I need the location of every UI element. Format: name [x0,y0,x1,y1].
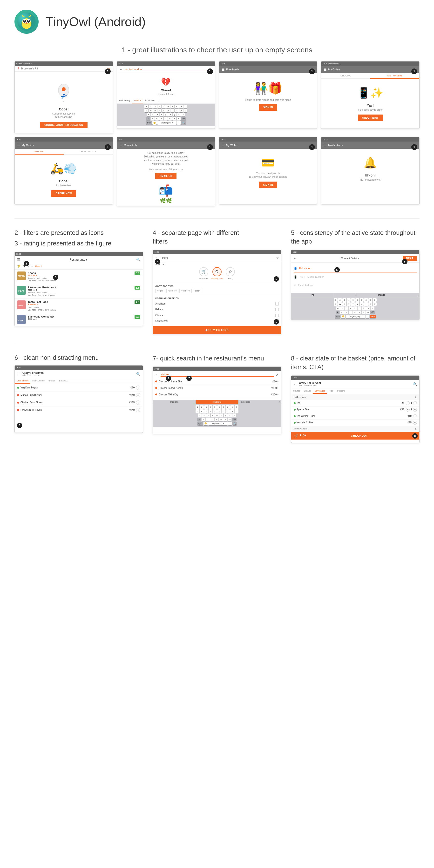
result-chicken-chinese[interactable]: Chicken Chinese Bhel ₹80 + [155,378,278,385]
hamburger-icon5[interactable]: ☰ [222,143,225,147]
cuisine-bakery[interactable]: Bakery [155,307,278,312]
order-now-btn2[interactable]: ORDER NOW [51,190,76,197]
contact-back-icon[interactable]: ← [294,256,297,260]
refresh-icon[interactable]: ↺ [276,256,279,259]
cat-beverages-b[interactable]: Bevera... [57,378,70,383]
cuisine-american-check[interactable] [275,302,279,306]
sug-chickenpox[interactable]: chickenpox › [239,400,281,404]
search-input[interactable]: central london [125,67,208,71]
sort-rating[interactable]: ☆ Rating [226,267,235,279]
tea-plus[interactable]: + [413,401,417,405]
hamburger-icon6[interactable]: ☰ [323,143,327,147]
mobile-field[interactable]: 📱 +91 Mobile Number [294,273,417,281]
rest-item-tazza[interactable]: Tazza Tazza Fast Food ₹200 for 2 chaat ·… [15,299,143,313]
sign-in-btn-meals[interactable]: SIGN IN [259,104,278,111]
result-chicken-tikka[interactable]: Chicken Tikka Dry ₹100 + [155,391,278,398]
email-field[interactable]: ✉ Email Address [294,282,417,289]
contact-us-title: Contact Us [124,144,137,147]
search-input-menu[interactable]: chicken [161,373,274,377]
hamburger-icon3[interactable]: ☰ [17,143,20,147]
sug-thanks[interactable]: Thanks › [377,293,419,297]
sort-min-order[interactable]: 🛒 Min Order [199,267,208,279]
sug-chickens[interactable]: chickens [153,400,195,404]
hamburger-rest[interactable]: ☰ [17,258,20,261]
tea-minus[interactable]: − [406,401,410,405]
order-now-btn1[interactable]: ORDER NOW [358,115,383,121]
screen-notifications: 1 16:25 ☰ Notifications 🔔 Uh-oh! No noti… [321,137,420,206]
sort-icons: 🛒 Min Order ⏱ Delivery Time ☆ Rating [155,267,278,279]
hamburger-icon[interactable]: ☰ [222,67,225,71]
cat-starters[interactable]: Starters [335,389,347,394]
checkout-bar[interactable]: 🛒 ₹109 CHECKOUT → [291,432,419,439]
cuisine-bakery-check[interactable] [275,308,279,311]
app-header: TinyOwl (Android) [14,10,420,34]
tab-ongoing2[interactable]: ONGOING [15,149,64,155]
result-add-1[interactable]: + [277,379,278,383]
chevron-hot[interactable]: ∧ [415,396,417,399]
apply-filters-btn[interactable]: APPLY FILTERS [153,326,281,334]
cost-0-200[interactable]: ₹0-200 [155,289,165,293]
cost-200-400[interactable]: ₹200-400 [166,289,179,293]
result-chicken-tangdi[interactable]: Chicken Tangdi Kebab ₹100 + [155,385,278,391]
cat-breads[interactable]: Breads [46,378,57,383]
biryani-back-icon[interactable]: ← [17,372,21,376]
rest-item-paramount[interactable]: Para Paramount Restaurant ₹200 for 2 des… [15,284,143,299]
hamburger-icon2[interactable]: ☰ [323,67,327,71]
sug-chicken-active[interactable]: chicken [196,400,239,404]
sort-delivery-time[interactable]: ⏱ Delivery Time [211,267,223,279]
search-icon-rest[interactable]: 🔍 [136,258,140,261]
tea-no-sugar-plus[interactable]: + [413,414,417,418]
sug-i[interactable]: I [334,293,377,297]
cost-600+[interactable]: ₹600+ [193,289,202,293]
choose-location-btn[interactable]: CHOOSE ANOTHER LOCATION [40,122,88,128]
more-filters-btn[interactable]: More + [35,265,42,268]
nescafe-plus[interactable]: + [413,421,417,425]
checkout-left: 🛒 ₹109 [294,434,306,438]
rest-item-sushegad[interactable]: Sushg Sushegad Gomantak ₹300 for 2 3.5 [15,313,143,326]
add-chicken-dum[interactable]: + [136,401,140,405]
add-prawns-dum[interactable]: + [136,408,140,412]
result-add-2[interactable]: + [277,386,278,390]
email-us-btn[interactable]: EMAIL US [155,173,177,179]
cat-rice[interactable]: Rice [327,389,335,394]
tab-past-orders[interactable]: PAST ORDERS [370,73,419,79]
status-basket: 16:26 [291,376,419,380]
back-icon[interactable]: ← [119,67,123,71]
special-tea-plus[interactable]: + [413,408,417,411]
full-name-field[interactable]: 👤 Full Name [294,265,417,273]
basket-back-icon[interactable]: ← [294,382,297,386]
ann-1f: 1 [207,144,213,150]
add-mutton-dum[interactable]: + [136,393,140,397]
filter-icon-cuisine[interactable]: 🌾 [17,265,21,268]
tab-past2[interactable]: PAST ORDERS [64,149,113,154]
menu-search-back[interactable]: ← [155,373,159,377]
cat-dum-biryani[interactable]: Dum Biryani [15,378,30,383]
cat-beverages[interactable]: Beverages [313,389,327,394]
rest-item-khans[interactable]: KHANS Khans ₹400 for 2 desserts · north … [15,270,143,284]
result-add-3[interactable]: + [277,393,278,396]
cuisine-american[interactable]: American [155,301,278,307]
rest-logo-khans: KHANS [17,272,26,280]
cat-course[interactable]: Course [291,389,302,394]
chevron-cold[interactable]: ∧ [415,427,417,431]
close-search-icon[interactable]: ✕ [276,373,279,377]
special-tea-minus[interactable]: − [406,408,410,411]
cuisine-chinese[interactable]: Chinese [155,312,278,318]
nonveg-dot-1 [17,394,19,396]
checkout-cta[interactable]: CHECKOUT [351,434,368,437]
search-icon-basket[interactable]: 🔍 [413,382,417,386]
cost-400-600[interactable]: ₹400-600 [179,289,191,293]
cuisine-chinese-check[interactable] [275,314,279,317]
filter-icon-sort[interactable]: ≡ [31,265,33,268]
cat-main-course[interactable]: Main Course [30,378,46,383]
phone-orders-oops: 16:25 ☰ My Orders ONGOING PAST ORDERS 🛵💨… [14,137,113,205]
sign-in-btn-wallet[interactable]: SIGN IN [259,182,278,188]
hamburger-icon4[interactable]: ☰ [119,143,123,147]
sug-the[interactable]: The [291,293,334,297]
svg-text:Para: Para [18,289,24,292]
tab-ongoing[interactable]: ONGOING [321,73,370,79]
search-icon-biryani[interactable]: 🔍 [136,372,140,376]
cat-breads-b[interactable]: Breads [302,389,313,394]
add-veg-dum[interactable]: + [136,385,140,390]
cuisine-continental[interactable]: Continental [155,318,278,324]
